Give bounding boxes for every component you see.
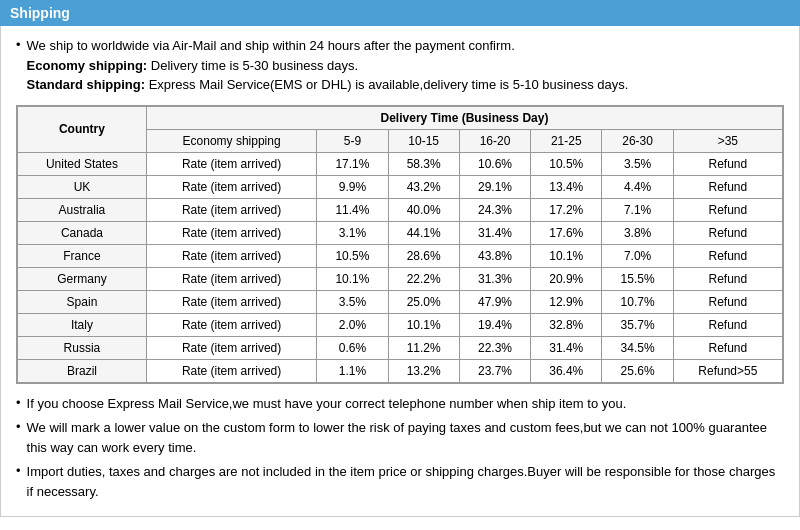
cell-c4: 17.6%	[531, 221, 602, 244]
cell-c2: 40.0%	[388, 198, 459, 221]
cell-economy: Rate (item arrived)	[146, 221, 316, 244]
shipping-table: Country Delivery Time (Business Day) Eco…	[17, 106, 783, 383]
bottom-bullet-text: We will mark a lower value on the custom…	[27, 418, 784, 457]
table-row: Australia Rate (item arrived) 11.4% 40.0…	[18, 198, 783, 221]
cell-c1: 3.5%	[317, 290, 388, 313]
cell-c4: 31.4%	[531, 336, 602, 359]
intro-line1: We ship to worldwide via Air-Mail and sh…	[27, 38, 515, 53]
cell-c4: 12.9%	[531, 290, 602, 313]
cell-c5: 15.5%	[602, 267, 673, 290]
cell-country: Spain	[18, 290, 147, 313]
cell-c6: Refund	[673, 198, 782, 221]
cell-economy: Rate (item arrived)	[146, 290, 316, 313]
cell-c3: 47.9%	[459, 290, 530, 313]
cell-c1: 9.9%	[317, 175, 388, 198]
cell-c1: 0.6%	[317, 336, 388, 359]
table-row: United States Rate (item arrived) 17.1% …	[18, 152, 783, 175]
cell-c6: Refund	[673, 152, 782, 175]
cell-c2: 58.3%	[388, 152, 459, 175]
cell-economy: Rate (item arrived)	[146, 175, 316, 198]
cell-economy: Rate (item arrived)	[146, 359, 316, 382]
col-h5: 26-30	[602, 129, 673, 152]
table-row: Russia Rate (item arrived) 0.6% 11.2% 22…	[18, 336, 783, 359]
cell-c5: 4.4%	[602, 175, 673, 198]
table-row: Brazil Rate (item arrived) 1.1% 13.2% 23…	[18, 359, 783, 382]
col-country: Country	[18, 106, 147, 152]
cell-c5: 10.7%	[602, 290, 673, 313]
cell-country: Russia	[18, 336, 147, 359]
bullet-dot: •	[16, 419, 21, 434]
table-row: France Rate (item arrived) 10.5% 28.6% 4…	[18, 244, 783, 267]
cell-c6: Refund	[673, 290, 782, 313]
bullet-dot: •	[16, 395, 21, 410]
cell-c5: 35.7%	[602, 313, 673, 336]
cell-country: Brazil	[18, 359, 147, 382]
cell-c4: 36.4%	[531, 359, 602, 382]
intro-line2: Economy shipping: Delivery time is 5-30 …	[27, 58, 359, 73]
cell-c1: 10.5%	[317, 244, 388, 267]
bullet-dot: •	[16, 37, 21, 52]
shipping-section: Shipping • We ship to worldwide via Air-…	[0, 0, 800, 517]
cell-country: Canada	[18, 221, 147, 244]
cell-c3: 43.8%	[459, 244, 530, 267]
shipping-header: Shipping	[0, 0, 800, 26]
cell-economy: Rate (item arrived)	[146, 336, 316, 359]
bottom-bullet-text: If you choose Express Mail Service,we mu…	[27, 394, 627, 414]
cell-c2: 25.0%	[388, 290, 459, 313]
cell-c3: 29.1%	[459, 175, 530, 198]
bottom-bullet-item: • Import duties, taxes and charges are n…	[16, 462, 784, 501]
cell-c3: 19.4%	[459, 313, 530, 336]
intro-line3: Standard shipping: Express Mail Service(…	[27, 77, 629, 92]
cell-c6: Refund	[673, 313, 782, 336]
col-h3: 16-20	[459, 129, 530, 152]
cell-c4: 13.4%	[531, 175, 602, 198]
cell-c2: 43.2%	[388, 175, 459, 198]
cell-country: Germany	[18, 267, 147, 290]
cell-c6: Refund	[673, 175, 782, 198]
table-row: Germany Rate (item arrived) 10.1% 22.2% …	[18, 267, 783, 290]
col-h2: 10-15	[388, 129, 459, 152]
cell-c1: 11.4%	[317, 198, 388, 221]
cell-c4: 10.1%	[531, 244, 602, 267]
cell-economy: Rate (item arrived)	[146, 198, 316, 221]
cell-c3: 24.3%	[459, 198, 530, 221]
cell-economy: Rate (item arrived)	[146, 313, 316, 336]
shipping-title: Shipping	[10, 5, 70, 21]
cell-c6: Refund	[673, 221, 782, 244]
cell-c2: 11.2%	[388, 336, 459, 359]
cell-c5: 7.1%	[602, 198, 673, 221]
cell-country: UK	[18, 175, 147, 198]
cell-c3: 31.4%	[459, 221, 530, 244]
cell-c4: 20.9%	[531, 267, 602, 290]
cell-c6: Refund>55	[673, 359, 782, 382]
cell-c2: 22.2%	[388, 267, 459, 290]
col-delivery: Delivery Time (Business Day)	[146, 106, 782, 129]
cell-c5: 7.0%	[602, 244, 673, 267]
table-row: Spain Rate (item arrived) 3.5% 25.0% 47.…	[18, 290, 783, 313]
cell-c2: 28.6%	[388, 244, 459, 267]
cell-c3: 22.3%	[459, 336, 530, 359]
bottom-bullet-item: • If you choose Express Mail Service,we …	[16, 394, 784, 414]
col-h4: 21-25	[531, 129, 602, 152]
shipping-body: • We ship to worldwide via Air-Mail and …	[0, 26, 800, 517]
cell-country: Italy	[18, 313, 147, 336]
table-row: Italy Rate (item arrived) 2.0% 10.1% 19.…	[18, 313, 783, 336]
col-economy: Economy shipping	[146, 129, 316, 152]
cell-c5: 3.5%	[602, 152, 673, 175]
cell-economy: Rate (item arrived)	[146, 152, 316, 175]
col-h6: >35	[673, 129, 782, 152]
cell-c2: 10.1%	[388, 313, 459, 336]
bottom-bullet-item: • We will mark a lower value on the cust…	[16, 418, 784, 457]
cell-c3: 23.7%	[459, 359, 530, 382]
intro-section: • We ship to worldwide via Air-Mail and …	[16, 36, 784, 95]
bottom-bullets: • If you choose Express Mail Service,we …	[16, 394, 784, 502]
bottom-bullet-text: Import duties, taxes and charges are not…	[27, 462, 784, 501]
cell-c1: 3.1%	[317, 221, 388, 244]
cell-c6: Refund	[673, 244, 782, 267]
cell-c3: 31.3%	[459, 267, 530, 290]
cell-c6: Refund	[673, 267, 782, 290]
bullet-dot: •	[16, 463, 21, 478]
cell-country: Australia	[18, 198, 147, 221]
cell-c1: 17.1%	[317, 152, 388, 175]
cell-c4: 10.5%	[531, 152, 602, 175]
